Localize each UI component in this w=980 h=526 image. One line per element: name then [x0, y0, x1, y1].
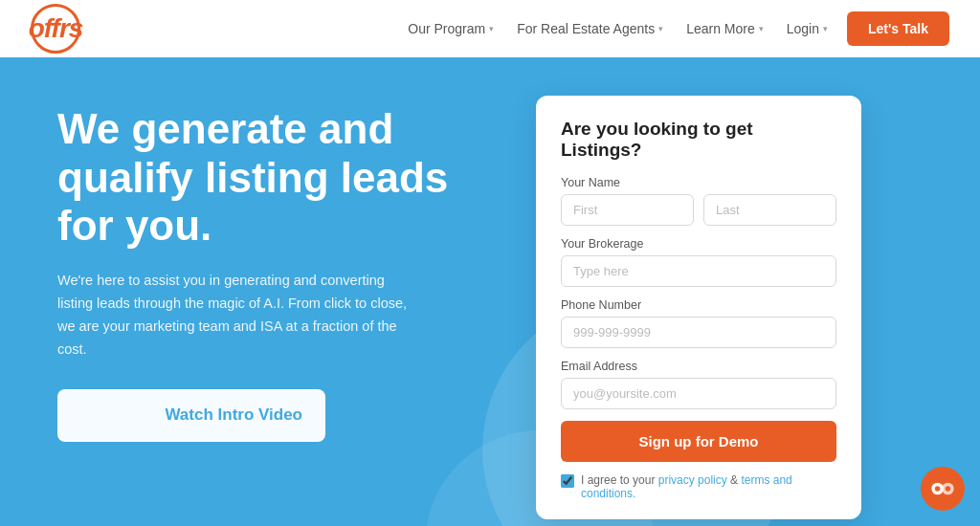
- nav-item-learn[interactable]: Learn More ▾: [686, 21, 764, 36]
- brokerage-label: Your Brokerage: [561, 237, 836, 251]
- phone-group: Phone Number: [561, 298, 836, 348]
- watch-video-button[interactable]: Watch Intro Video: [57, 389, 325, 441]
- hero-heading: We generate and qualify listing leads fo…: [57, 105, 498, 251]
- svg-point-3: [946, 486, 950, 491]
- svg-point-2: [935, 486, 940, 491]
- navbar: offrs Our Program ▾ For Real Estate Agen…: [0, 0, 980, 57]
- nav-link-program[interactable]: Our Program ▾: [408, 21, 494, 36]
- signup-button[interactable]: Sign up for Demo: [561, 421, 836, 462]
- agree-row: I agree to your privacy policy & terms a…: [561, 473, 836, 500]
- phone-label: Phone Number: [561, 298, 836, 312]
- name-row: [561, 194, 836, 226]
- nav-item-program[interactable]: Our Program ▾: [408, 21, 494, 36]
- chevron-down-icon: ▾: [489, 24, 494, 33]
- nav-links: Our Program ▾ For Real Estate Agents ▾ L…: [408, 21, 828, 36]
- nav-item-agents[interactable]: For Real Estate Agents ▾: [517, 21, 663, 36]
- nav-link-login[interactable]: Login ▾: [787, 21, 828, 36]
- hero-right: Are you looking to get Listings? Your Na…: [536, 96, 861, 519]
- support-chat-icon[interactable]: [921, 467, 965, 511]
- privacy-policy-link[interactable]: privacy policy: [658, 473, 727, 487]
- last-name-input[interactable]: [703, 194, 836, 226]
- chevron-down-icon: ▾: [658, 24, 663, 33]
- email-label: Email Address: [561, 360, 836, 373]
- form-title: Are you looking to get Listings?: [561, 119, 836, 161]
- first-name-input[interactable]: [561, 194, 694, 226]
- hero-section: We generate and qualify listing leads fo…: [0, 57, 980, 526]
- email-input[interactable]: [561, 378, 836, 409]
- hero-left: We generate and qualify listing leads fo…: [57, 96, 498, 442]
- logo-text: offrs: [31, 4, 80, 54]
- brokerage-group: Your Brokerage: [561, 237, 836, 287]
- hero-subtext: We're here to assist you in generating a…: [57, 270, 421, 362]
- logo[interactable]: offrs: [31, 4, 80, 54]
- agree-checkbox[interactable]: [561, 474, 574, 488]
- nav-item-login[interactable]: Login ▾: [787, 21, 828, 36]
- phone-input[interactable]: [561, 317, 836, 348]
- chat-bubbles-icon: [929, 480, 956, 497]
- chevron-down-icon: ▾: [759, 24, 764, 33]
- email-group: Email Address: [561, 360, 836, 409]
- lets-talk-button[interactable]: Let's Talk: [847, 11, 949, 46]
- nav-link-learn[interactable]: Learn More ▾: [686, 21, 764, 36]
- brokerage-input[interactable]: [561, 255, 836, 287]
- name-label: Your Name: [561, 176, 836, 189]
- chevron-down-icon: ▾: [823, 24, 828, 33]
- agree-text: I agree to your privacy policy & terms a…: [581, 473, 836, 500]
- nav-link-agents[interactable]: For Real Estate Agents ▾: [517, 21, 663, 36]
- signup-form-card: Are you looking to get Listings? Your Na…: [536, 96, 861, 519]
